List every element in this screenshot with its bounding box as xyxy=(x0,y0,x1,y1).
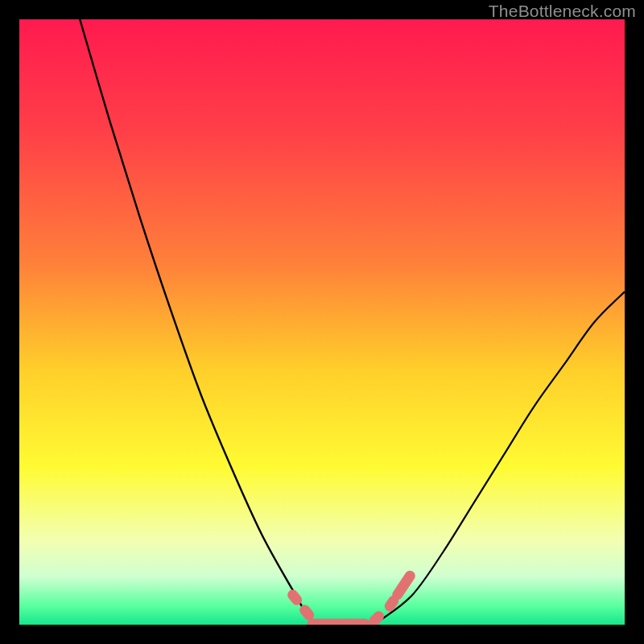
bottleneck-chart xyxy=(19,19,625,625)
marker-pill xyxy=(374,617,379,621)
chart-frame: TheBottleneck.com xyxy=(0,0,644,644)
watermark-text: TheBottleneck.com xyxy=(489,2,636,21)
chart-background xyxy=(19,19,625,625)
marker-pill xyxy=(305,610,309,615)
marker-pill xyxy=(390,601,393,606)
marker-pill xyxy=(293,595,297,600)
